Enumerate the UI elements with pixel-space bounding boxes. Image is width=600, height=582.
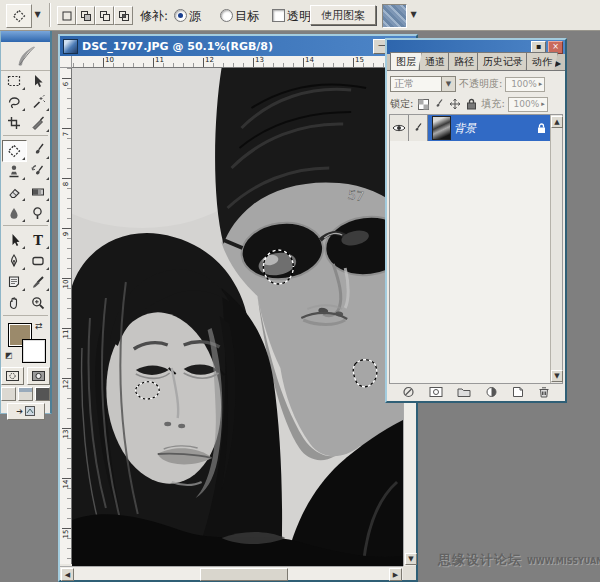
- fill-input[interactable]: 100% ▸: [508, 97, 548, 112]
- fill-value: 100%: [514, 99, 540, 109]
- brush-tool[interactable]: [28, 140, 51, 160]
- new-layer-icon[interactable]: [512, 386, 524, 398]
- lock-position-icon[interactable]: [448, 97, 462, 111]
- panel-minimize-button[interactable]: ▪: [531, 41, 546, 54]
- new-selection-icon: [61, 10, 73, 22]
- pen-tool[interactable]: [2, 251, 26, 271]
- scroll-down-icon[interactable]: ▼: [551, 370, 563, 382]
- horizontal-ruler[interactable]: 10 11 12 13 14 15: [72, 56, 403, 68]
- ruler-label: 14: [62, 478, 70, 490]
- edit-in-imageready-button[interactable]: ➔: [7, 403, 45, 420]
- swap-colors-icon[interactable]: ⇄: [35, 321, 43, 331]
- layer-visibility-cell[interactable]: [390, 115, 409, 141]
- adjustment-layer-icon[interactable]: [485, 386, 498, 398]
- zoom-tool[interactable]: [27, 293, 51, 313]
- layer-style-icon[interactable]: [402, 386, 415, 398]
- layers-panel-titlebar[interactable]: ▪ ×: [387, 40, 565, 54]
- separator: [49, 3, 50, 27]
- opacity-input[interactable]: 100% ▸: [505, 77, 545, 92]
- patch-source-radio[interactable]: [174, 9, 187, 22]
- lasso-tool[interactable]: [2, 92, 26, 112]
- magic-wand-tool[interactable]: [27, 92, 51, 112]
- default-colors-icon[interactable]: ◩: [5, 351, 13, 360]
- lock-transparency-icon[interactable]: [416, 97, 430, 111]
- tab-actions[interactable]: 动作: [526, 52, 558, 70]
- layer-thumbnail[interactable]: [432, 116, 451, 140]
- layer-edit-indicator-cell[interactable]: [409, 115, 428, 141]
- type-tool[interactable]: T: [27, 230, 51, 250]
- layer-list-scrollbar[interactable]: ▲ ▼: [550, 115, 562, 383]
- layer-name: 背景: [454, 121, 537, 136]
- chevron-down-icon: ▼: [441, 77, 455, 91]
- document-titlebar[interactable]: DSC_1707.JPG @ 50.1%(RGB/8) — □: [60, 36, 416, 56]
- slice-tool[interactable]: [27, 113, 51, 133]
- path-selection-tool[interactable]: [2, 230, 26, 250]
- screen-mode-standard-button[interactable]: [1, 387, 16, 401]
- notes-tool[interactable]: [2, 272, 26, 292]
- move-tool[interactable]: [27, 71, 51, 91]
- fill-label: 填充:: [481, 97, 504, 111]
- clone-stamp-tool[interactable]: [2, 161, 26, 181]
- panel-menu-icon[interactable]: ▶: [555, 59, 565, 70]
- vertical-ruler[interactable]: 6 7 8 9 10 11 12 13 14 15: [60, 68, 72, 564]
- scroll-left-icon[interactable]: ◀: [61, 568, 74, 581]
- panel-close-button[interactable]: ×: [548, 41, 563, 54]
- spinner-icon[interactable]: ▸: [541, 100, 545, 108]
- intersect-selection-button[interactable]: [114, 6, 133, 25]
- eraser-tool[interactable]: [2, 182, 26, 202]
- standard-mode-button[interactable]: [1, 367, 24, 385]
- screen-mode-full-with-menu-button[interactable]: [18, 387, 33, 401]
- dodge-tool[interactable]: [27, 203, 51, 223]
- scroll-up-icon[interactable]: ▲: [551, 116, 563, 128]
- document-icon: [63, 39, 78, 54]
- subtract-from-selection-button[interactable]: [95, 6, 114, 25]
- layer-row-background[interactable]: 背景: [390, 115, 550, 141]
- tool-preset-picker[interactable]: [6, 4, 32, 28]
- tab-layers[interactable]: 图层: [390, 52, 422, 70]
- lock-all-icon[interactable]: [464, 97, 478, 111]
- toolbox-titlebar[interactable]: [1, 31, 50, 42]
- eyedropper-tool[interactable]: [27, 272, 51, 292]
- hand-tool[interactable]: [2, 293, 26, 313]
- image-canvas[interactable]: 57: [72, 68, 403, 566]
- horizontal-scrollbar[interactable]: ◀ ▶: [60, 566, 403, 580]
- patch-target-label: 目标: [235, 8, 259, 25]
- intersect-selection-icon: [118, 10, 130, 22]
- transparent-checkbox[interactable]: [272, 9, 285, 22]
- tab-history[interactable]: 历史记录: [477, 52, 529, 70]
- new-group-icon[interactable]: [457, 386, 471, 398]
- pattern-picker-caret[interactable]: ▼: [407, 4, 420, 26]
- toolbox-palette: T ⇄ ◩ ➔: [0, 30, 52, 414]
- new-selection-button[interactable]: [57, 6, 76, 25]
- panel-tabs: 图层 通道 路径 历史记录 动作 ▶: [387, 54, 565, 71]
- scrollbar-thumb[interactable]: [200, 568, 288, 581]
- scroll-down-icon[interactable]: ▼: [405, 553, 417, 565]
- rectangular-marquee-tool[interactable]: [2, 71, 26, 91]
- tab-channels[interactable]: 通道: [419, 52, 451, 70]
- scroll-right-icon[interactable]: ▶: [389, 568, 402, 581]
- eye-icon: [392, 123, 406, 133]
- gradient-tool[interactable]: [27, 182, 51, 202]
- delete-layer-icon[interactable]: [538, 386, 550, 398]
- shape-tool[interactable]: [27, 251, 51, 271]
- ruler-label: 9: [62, 228, 70, 240]
- crop-tool[interactable]: [2, 113, 26, 133]
- lock-image-icon[interactable]: [432, 97, 446, 111]
- tool-preset-caret[interactable]: ▼: [31, 4, 44, 26]
- blur-tool[interactable]: [2, 203, 26, 223]
- tab-paths[interactable]: 路径: [448, 52, 480, 70]
- pattern-swatch[interactable]: [382, 4, 407, 28]
- add-to-selection-button[interactable]: [76, 6, 95, 25]
- annotation-57: 57: [347, 187, 365, 204]
- patch-tool[interactable]: [2, 140, 27, 162]
- patch-target-radio[interactable]: [220, 9, 233, 22]
- layer-mask-icon[interactable]: [429, 386, 443, 398]
- blend-mode-select[interactable]: 正常 ▼: [390, 76, 456, 92]
- screen-mode-full-button[interactable]: [35, 387, 50, 401]
- spinner-icon[interactable]: ▸: [539, 80, 543, 88]
- background-color-swatch[interactable]: [22, 339, 46, 363]
- history-brush-tool[interactable]: [27, 161, 51, 181]
- ruler-corner: [60, 56, 72, 68]
- use-pattern-button[interactable]: 使用图案: [310, 5, 376, 25]
- quick-mask-mode-button[interactable]: [27, 367, 50, 385]
